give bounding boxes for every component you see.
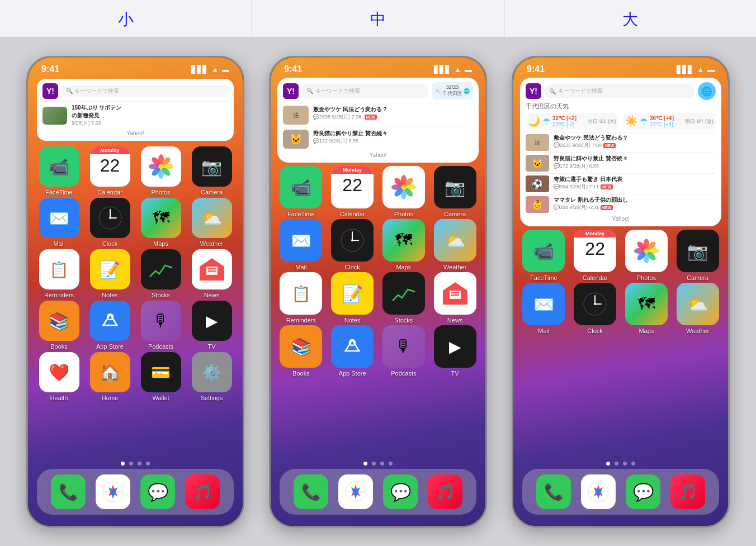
news-item-l2[interactable]: 🐱 野良猫に餌やり禁止 賛否続々 💬172 9/28(月) 6:55 bbox=[526, 153, 716, 173]
app-calendar-l[interactable]: Monday 22 Calendar bbox=[570, 230, 620, 281]
app-camera-s[interactable]: 📷 Camera bbox=[187, 146, 236, 196]
status-time: 9:41 bbox=[41, 64, 59, 74]
header-large: 大 bbox=[504, 0, 756, 37]
dock-messages-m[interactable]: 💬 bbox=[383, 474, 418, 509]
news-item-l3[interactable]: ⚽ 奇策に選手も驚き 日本代表 💬954 9/28(月) 7:11NEW bbox=[526, 173, 716, 194]
large-phone: 9:41 ▋▋▋ ▲ ▬ Y! 🔍 キーワードで検索 🌐 千代田区の天気 bbox=[512, 56, 730, 528]
signal-icon: ▋▋▋ bbox=[191, 65, 208, 74]
svg-point-70 bbox=[594, 303, 596, 305]
news-item-m2[interactable]: 🐱 野良猫に餌やり禁止 賛否続々 💬172 9/28(月) 6:55 bbox=[283, 127, 473, 151]
yahoo-widget-medium[interactable]: Y! 🔍 キーワードで検索 ⛅ 32/23 千代田区 🌐 bbox=[277, 78, 479, 163]
app-tv-s[interactable]: ▶ TV bbox=[187, 301, 236, 350]
battery-icon-l: ▬ bbox=[707, 65, 715, 74]
status-icons-l: ▋▋▋ ▲ ▬ bbox=[677, 65, 715, 74]
page-dots-medium bbox=[271, 462, 485, 466]
app-stocks-s[interactable]: Stocks bbox=[136, 249, 185, 298]
dock-phone[interactable]: 📞 bbox=[51, 474, 86, 509]
status-bar-l: 9:41 ▋▋▋ ▲ ▬ bbox=[513, 58, 728, 77]
header-medium: 中 bbox=[252, 0, 504, 37]
app-podcasts-s[interactable]: 🎙 Podcasts bbox=[136, 301, 185, 350]
dock-small: 📞 💬 bbox=[37, 469, 234, 515]
app-mail-s[interactable]: ✉️ Mail bbox=[35, 198, 83, 247]
status-time-l: 9:41 bbox=[527, 64, 545, 74]
dock-phone-m[interactable]: 📞 bbox=[294, 474, 328, 509]
app-appstore-s[interactable]: App Store bbox=[86, 301, 134, 350]
app-books-s[interactable]: 📚 Books bbox=[35, 301, 83, 350]
app-photos-s[interactable]: Photos bbox=[136, 146, 185, 196]
dock-safari[interactable] bbox=[96, 474, 130, 509]
app-facetime-m[interactable]: 📹 FaceTime bbox=[276, 166, 326, 217]
app-maps-m[interactable]: 🗺 Maps bbox=[379, 219, 429, 270]
dock-messages-l[interactable]: 💬 bbox=[626, 474, 660, 509]
app-home-s[interactable]: 🏠 Home bbox=[86, 352, 134, 401]
app-calendar[interactable]: Monday 22 Calendar bbox=[86, 146, 134, 196]
status-bar: 9:41 ▋▋▋ ▲ ▬ bbox=[28, 58, 243, 77]
status-icons-m: ▋▋▋ ▲ ▬ bbox=[434, 65, 472, 74]
app-photos-l[interactable]: Photos bbox=[622, 230, 672, 281]
app-mail-l[interactable]: ✉️ Mail bbox=[519, 283, 569, 334]
status-time-m: 9:41 bbox=[284, 64, 302, 74]
status-icons: ▋▋▋ ▲ ▬ bbox=[191, 65, 229, 74]
app-books-m[interactable]: 📚 Books bbox=[276, 325, 326, 377]
weather-location: 千代田区の天気 bbox=[526, 102, 716, 111]
app-maps-l[interactable]: 🗺 Maps bbox=[622, 283, 672, 334]
svg-rect-43 bbox=[390, 279, 418, 307]
app-settings-s[interactable]: ⚙️ Settings bbox=[187, 352, 236, 401]
dock-music[interactable]: 🎵 bbox=[185, 474, 220, 509]
news-item-l1[interactable]: 法 敷金やツケ 民法どう変わる？ 💬2635 9/28(月) 7:08NEW bbox=[526, 132, 716, 153]
app-clock-m[interactable]: Clock bbox=[328, 219, 377, 270]
dock-large: 📞 💬 bbox=[522, 469, 719, 515]
medium-phone: 9:41 ▋▋▋ ▲ ▬ Y! 🔍 キーワードで検索 ⛅ bbox=[269, 56, 487, 528]
svg-point-42 bbox=[351, 239, 353, 241]
app-reminders-m[interactable]: 📋 Reminders bbox=[276, 272, 326, 324]
wifi-icon: ▲ bbox=[211, 65, 219, 74]
battery-icon-m: ▬ bbox=[465, 65, 472, 74]
app-camera-l[interactable]: 📷 Camera bbox=[673, 230, 722, 281]
news-title-1: 150年ぶり サボテンの新種発見 bbox=[72, 104, 121, 120]
app-weather-l[interactable]: ⛅ Weather bbox=[673, 283, 722, 334]
app-photos-m[interactable]: Photos bbox=[379, 166, 429, 217]
app-grid-small: 📹 FaceTime Monday 22 Calendar bbox=[28, 144, 243, 403]
news-item-l4[interactable]: 👶 ママタレ 割れる子供の顔出し 💬384 9/28(月) 6:31NEW bbox=[526, 194, 716, 215]
header-small: 小 bbox=[0, 0, 252, 37]
dock-messages[interactable]: 💬 bbox=[140, 474, 175, 509]
app-clock-s[interactable]: Clock bbox=[86, 198, 134, 247]
dock-music-l[interactable]: 🎵 bbox=[670, 474, 705, 509]
battery-icon: ▬ bbox=[222, 65, 229, 74]
app-stocks-m[interactable]: Stocks bbox=[379, 272, 429, 324]
app-health-s[interactable]: ❤️ Health bbox=[35, 352, 83, 401]
app-weather-m[interactable]: ⛅ Weather bbox=[430, 219, 480, 270]
app-weather-s[interactable]: ⛅ Weather bbox=[187, 198, 236, 247]
app-facetime[interactable]: 📹 FaceTime bbox=[35, 146, 83, 196]
app-mail-m[interactable]: ✉️ Mail bbox=[276, 219, 326, 270]
dock-music-m[interactable]: 🎵 bbox=[428, 474, 462, 509]
app-notes-m[interactable]: 📝 Notes bbox=[328, 272, 377, 324]
app-podcasts-m[interactable]: 🎙 Podcasts bbox=[379, 325, 429, 377]
app-news-m[interactable]: News bbox=[430, 272, 480, 324]
app-tv-m[interactable]: ▶ TV bbox=[430, 325, 480, 377]
yahoo-widget-large[interactable]: Y! 🔍 キーワードで検索 🌐 千代田区の天気 🌙 ☂ 32℃ [+2] 23℃… bbox=[520, 78, 721, 226]
news-item-1[interactable]: 150年ぶり サボテンの新種発見 9/28(月) 7:23 bbox=[42, 101, 228, 129]
dock-phone-l[interactable]: 📞 bbox=[536, 474, 571, 509]
app-reminders-s[interactable]: 📋 Reminders bbox=[35, 249, 83, 298]
app-maps-s[interactable]: 🗺 Maps bbox=[136, 198, 185, 247]
page-dots-large bbox=[513, 462, 728, 466]
signal-icon-m: ▋▋▋ bbox=[434, 65, 451, 74]
app-camera-m[interactable]: 📷 Camera bbox=[430, 166, 480, 217]
app-facetime-l[interactable]: 📹 FaceTime bbox=[519, 230, 569, 281]
app-news-s[interactable]: News bbox=[187, 249, 236, 298]
news-item-m1[interactable]: 法 敷金やツケ 民法どう変わる？ 💬2635 9/28(月) 7:08 NEW bbox=[283, 103, 473, 127]
signal-icon-l: ▋▋▋ bbox=[677, 65, 693, 74]
app-grid-large: 📹 FaceTime Monday 22 Calendar bbox=[513, 229, 728, 335]
dock-medium: 📞 💬 bbox=[280, 469, 476, 515]
app-calendar-m[interactable]: Monday 22 Calendar bbox=[328, 166, 377, 217]
dock-safari-m[interactable] bbox=[338, 474, 373, 509]
dock-safari-l[interactable] bbox=[581, 474, 616, 509]
header-row: 小 中 大 bbox=[0, 0, 756, 37]
app-wallet-s[interactable]: 💳 Wallet bbox=[136, 352, 185, 401]
app-notes-s[interactable]: 📝 Notes bbox=[86, 249, 134, 298]
yahoo-widget-small[interactable]: Y! 🔍 キーワードで検索 150年ぶり サボテンの新種発見 9/28(月) 7… bbox=[37, 79, 234, 141]
app-clock-l[interactable]: Clock bbox=[570, 283, 620, 334]
app-appstore-m[interactable]: App Store bbox=[328, 325, 377, 377]
app-grid-medium: 📹 FaceTime Monday 22 Calendar bbox=[271, 165, 485, 378]
